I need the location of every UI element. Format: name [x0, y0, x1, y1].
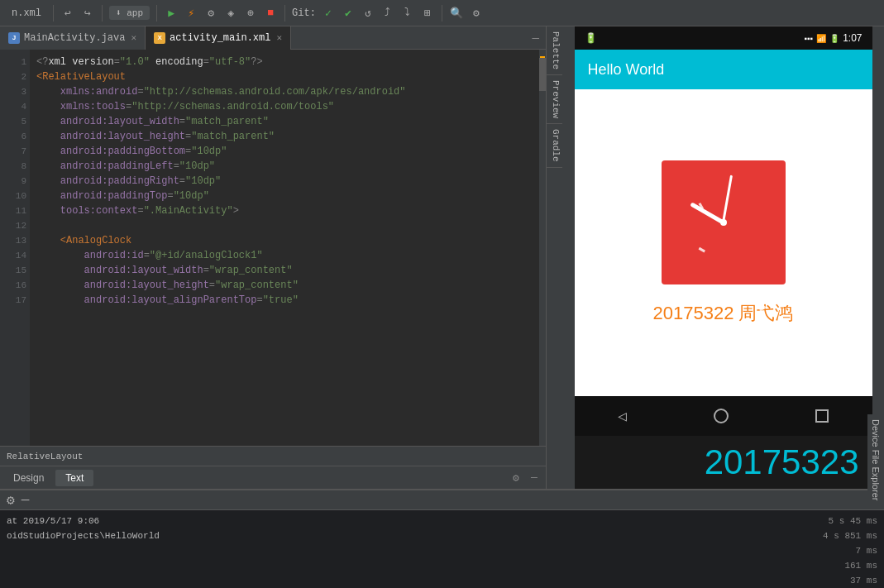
coverage-icon[interactable]: ⚙	[203, 6, 218, 21]
sep-3	[156, 5, 157, 22]
tab-text[interactable]: Text	[55, 470, 93, 486]
code-line-7: android:paddingBottom="10dp"	[36, 144, 533, 159]
breadcrumb: RelativeLayout	[7, 452, 83, 461]
code-line-11: tools:context=".MainActivity">	[36, 203, 533, 218]
clock-minute-hand	[722, 174, 733, 222]
clock-hour-hand	[690, 202, 724, 224]
debug-icon[interactable]: ⚡	[184, 6, 198, 21]
phone-status-bar: 🔋 ▪▪▪ 📶 🔋 1:07	[575, 26, 872, 50]
code-line-15: android:layout_width="wrap_content"	[36, 263, 533, 278]
log-row-5: 37 ms	[7, 573, 877, 588]
log-settings-icon[interactable]: ⚙	[7, 492, 15, 509]
app-badge[interactable]: ⬇ app	[109, 6, 150, 20]
phone-app-title: Hello World	[588, 61, 665, 79]
git-history-icon[interactable]: ⊞	[420, 6, 435, 21]
design-tab-bar: Design Text ⚙ —	[0, 466, 546, 489]
code-line-8: android:paddingLeft="10dp"	[36, 159, 533, 174]
git-pull-icon[interactable]: ⤵	[400, 6, 415, 21]
tab-main-activity-label: MainActivity.java	[24, 32, 125, 44]
phone-panel: 🔋 ▪▪▪ 📶 🔋 1:07 Hello World	[562, 26, 884, 489]
log-time-5: 37 ms	[850, 573, 877, 588]
log-time-1: 5 s 45 ms	[829, 514, 877, 528]
preview-label[interactable]: Preview	[547, 75, 562, 124]
phone-wifi-icon: 📶	[816, 34, 826, 43]
phone-time: 1:07	[843, 32, 862, 44]
code-line-3: xmlns:android="http://schemas.android.co…	[36, 84, 533, 99]
code-area: 12345 678910 1112131415 1617 <?xml versi…	[0, 50, 546, 446]
right-panel-labels: Palette Preview Gradle	[546, 26, 562, 489]
scroll-indicator[interactable]	[539, 50, 546, 446]
tab-bar: J MainActivity.java ✕ X activity_main.xm…	[0, 26, 546, 50]
tab-activity-main-label: activity_main.xml	[170, 32, 270, 44]
redo-icon[interactable]: ↪	[80, 6, 95, 21]
phone-clock-text: 20175322 周弋鸿	[653, 301, 794, 326]
breadcrumb-bar: RelativeLayout	[0, 446, 546, 466]
phone-bottom-number: 20175323	[588, 442, 859, 482]
sep-1	[53, 5, 54, 22]
log-header: ⚙ —	[0, 490, 884, 510]
log-time-4: 161 ms	[844, 558, 877, 573]
code-line-6: android:layout_height="match_parent"	[36, 129, 533, 144]
code-content[interactable]: <?xml version="1.0" encoding="utf-8"?> <…	[30, 50, 539, 446]
phone-bottom-area: 20175323	[575, 436, 872, 489]
git-ok-icon[interactable]: ✔	[341, 6, 356, 21]
phone-battery-icon: 🔋	[585, 32, 597, 44]
tab-activity-main-close[interactable]: ✕	[276, 32, 282, 43]
log-row-1: at 2019/5/17 9:06 5 s 45 ms	[7, 514, 877, 528]
xml-icon: X	[154, 32, 165, 44]
nav-recents-icon[interactable]	[815, 409, 829, 423]
search-icon[interactable]: 🔍	[449, 6, 464, 21]
log-time-3: 7 ms	[856, 543, 877, 558]
phone-content: 20175322 周弋鸿	[575, 89, 872, 396]
log-close-icon[interactable]: —	[22, 493, 30, 508]
palette-label[interactable]: Palette	[547, 26, 562, 75]
log-row-4: 161 ms	[7, 558, 877, 573]
code-line-5: android:layout_width="match_parent"	[36, 114, 533, 129]
gradle-label[interactable]: Gradle	[547, 124, 562, 168]
main-toolbar: n.xml ↩ ↪ ⬇ app ▶ ⚡ ⚙ ◈ ⊕ ■ Git: ✓ ✔ ↺ ⤴…	[0, 0, 884, 26]
log-panel: ⚙ — at 2019/5/17 9:06 5 s 45 ms oidStudi…	[0, 489, 884, 588]
code-line-12	[36, 218, 533, 233]
code-line-1: <?xml version="1.0" encoding="utf-8"?>	[36, 55, 533, 69]
code-line-10: android:paddingTop="10dp"	[36, 189, 533, 203]
scroll-thumb[interactable]	[539, 58, 546, 91]
minimize-tab-icon[interactable]: —	[526, 470, 542, 486]
code-line-9: android:paddingRight="10dp"	[36, 174, 533, 189]
git-push-icon[interactable]: ⤴	[380, 6, 395, 21]
settings-tab-icon[interactable]: ⚙	[508, 470, 524, 486]
nav-back-icon[interactable]: ◁	[618, 407, 627, 425]
tab-activity-main[interactable]: X activity_main.xml ✕	[146, 26, 291, 50]
minimize-icon[interactable]: —	[526, 31, 546, 45]
log-text-2: oidStudioProjects\HelloWorld	[7, 528, 160, 543]
phone-nav-bar: ◁	[575, 396, 872, 436]
settings-icon[interactable]: ⚙	[469, 6, 484, 21]
log-row-3: 7 ms	[7, 543, 877, 558]
stop-icon[interactable]: ■	[263, 6, 278, 21]
code-line-16: android:layout_height="wrap_content"	[36, 278, 533, 293]
code-line-17: android:layout_alignParentTop="true"	[36, 293, 533, 308]
profile-icon[interactable]: ◈	[223, 6, 238, 21]
run-icon[interactable]: ▶	[164, 6, 179, 21]
analog-clock	[662, 160, 786, 284]
code-line-4: xmlns:tools="http://schemas.android.com/…	[36, 99, 533, 114]
attach-icon[interactable]: ⊕	[243, 6, 258, 21]
device-file-explorer-label[interactable]: Device File Explorer	[867, 414, 884, 505]
git-check-icon[interactable]: ✓	[321, 6, 336, 21]
tab-main-activity-close[interactable]: ✕	[131, 32, 136, 43]
clock-center	[720, 219, 727, 226]
undo-icon[interactable]: ↩	[60, 6, 75, 21]
code-line-2: <RelativeLayout	[36, 69, 533, 84]
sep-2	[102, 5, 103, 22]
line-numbers: 12345 678910 1112131415 1617	[0, 50, 30, 446]
code-line-13: <AnalogClock	[36, 233, 533, 248]
editor-panel: J MainActivity.java ✕ X activity_main.xm…	[0, 26, 546, 489]
file-label: n.xml	[7, 6, 46, 21]
git-refresh-icon[interactable]: ↺	[361, 6, 375, 21]
nav-home-icon[interactable]	[714, 409, 729, 423]
tab-design[interactable]: Design	[3, 470, 54, 486]
phone-frame: 🔋 ▪▪▪ 📶 🔋 1:07 Hello World	[575, 26, 872, 489]
phone-battery-level: 🔋	[829, 34, 839, 43]
phone-signal-icon: ▪▪▪	[805, 34, 814, 43]
sep-4	[284, 5, 285, 22]
tab-main-activity[interactable]: J MainActivity.java ✕	[0, 26, 146, 50]
